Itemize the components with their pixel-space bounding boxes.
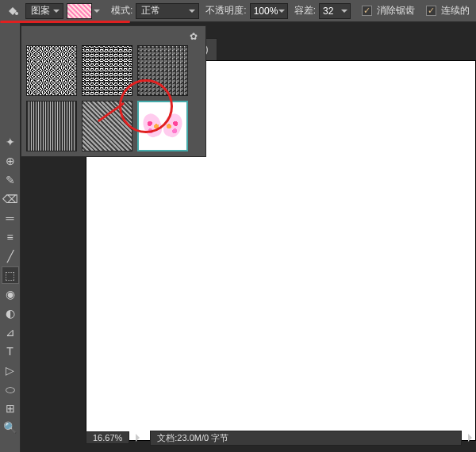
antialias-label: 消除锯齿 — [377, 4, 415, 17]
tool-stamp[interactable]: ⌫ — [2, 190, 19, 208]
pattern-swatch[interactable] — [67, 3, 92, 19]
tool-eraser[interactable]: ≡ — [2, 228, 19, 246]
tool-heal[interactable]: ⊕ — [2, 152, 19, 170]
options-bar: 图案 模式: 正常 不透明度: 100% 容差: 32 消除锯齿 连续的 — [0, 0, 476, 22]
pattern-picker: ✿ — [21, 25, 206, 157]
tolerance-input[interactable]: 32 — [319, 3, 351, 19]
opacity-input[interactable]: 100% — [250, 3, 288, 19]
tools-panel: ✦ ⊕ ✎ ⌫ ═ ≡ ╱ ⬚ ◉ ◐ ⊿ T ▷ ⬭ ⊞ 🔍 — [0, 22, 21, 452]
tool-dodge[interactable]: ◐ — [2, 305, 19, 322]
tool-blur[interactable]: ◉ — [2, 285, 19, 303]
document-size[interactable]: 文档:23.0M/0 字节 — [150, 431, 462, 446]
tool-brush[interactable]: ✎ — [2, 171, 19, 189]
tool-pen[interactable]: ⊿ — [2, 324, 19, 341]
tool-gradient[interactable]: ╱ — [2, 247, 19, 265]
annotation-underline — [0, 21, 130, 23]
paint-bucket-icon[interactable] — [3, 3, 22, 19]
status-bar: 16.67% 文档:23.0M/0 字节 — [86, 430, 476, 446]
tool-zoom[interactable]: 🔍 — [2, 419, 19, 436]
pattern-thumb[interactable] — [26, 45, 77, 96]
status-arrow-icon[interactable] — [468, 434, 476, 442]
tool-type[interactable]: T — [2, 343, 19, 360]
tool-eyedropper[interactable]: ✦ — [2, 133, 19, 151]
tolerance-label: 容差: — [294, 4, 316, 17]
status-menu-icon[interactable] — [136, 434, 144, 442]
tool-shape[interactable]: ⬭ — [2, 381, 19, 398]
blend-mode-dropdown[interactable]: 正常 — [136, 3, 199, 19]
mode-label: 模式: — [111, 4, 132, 17]
zoom-level[interactable]: 16.67% — [86, 431, 129, 444]
contiguous-label: 连续的 — [441, 4, 470, 17]
contiguous-checkbox[interactable] — [426, 6, 436, 16]
tool-hand[interactable]: ⊞ — [2, 400, 19, 417]
svg-point-0 — [15, 12, 18, 15]
pattern-thumb[interactable] — [26, 101, 77, 151]
tool-history[interactable]: ═ — [2, 209, 19, 227]
fill-source-dropdown[interactable]: 图案 — [25, 3, 63, 19]
antialias-checkbox[interactable] — [362, 6, 372, 16]
gear-icon[interactable]: ✿ — [190, 31, 198, 42]
opacity-label: 不透明度: — [205, 4, 246, 17]
tool-bucket[interactable]: ⬚ — [2, 266, 19, 284]
annotation-circle — [119, 79, 173, 133]
tool-path[interactable]: ▷ — [2, 362, 19, 379]
